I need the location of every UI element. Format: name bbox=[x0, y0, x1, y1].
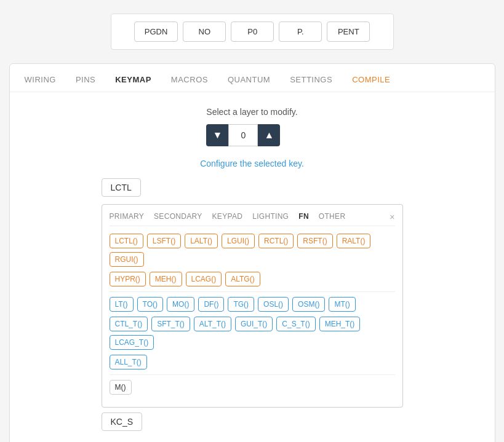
kc-lcag[interactable]: LCAG() bbox=[186, 272, 222, 286]
key-pdot[interactable]: P. bbox=[279, 22, 322, 42]
tab-compile[interactable]: COMPILE bbox=[352, 75, 390, 84]
kc-lgui[interactable]: LGUI() bbox=[222, 234, 255, 248]
layer-up-button[interactable]: ▲ bbox=[258, 124, 280, 146]
kc-tg[interactable]: TG() bbox=[228, 297, 254, 312]
layer-value: 0 bbox=[228, 124, 258, 146]
kc-ralt[interactable]: RALT() bbox=[337, 234, 371, 248]
key-p0[interactable]: P0 bbox=[231, 22, 274, 42]
tab-keymap[interactable]: KEYMAP bbox=[115, 75, 151, 84]
fn-row-1: LCTL() LSFT() LALT() LGUI() RCTL() RSFT(… bbox=[110, 234, 395, 267]
fn-row-4: CTL_T() SFT_T() ALT_T() GUI_T() C_S_T() … bbox=[110, 317, 395, 350]
kc-rgui[interactable]: RGUI() bbox=[110, 252, 144, 267]
panel-tab-fn[interactable]: FN bbox=[298, 212, 309, 221]
kc-osl[interactable]: OSL() bbox=[258, 297, 289, 312]
selected-key-display: LCTL bbox=[102, 178, 141, 197]
kc-lcag-t[interactable]: LCAG_T() bbox=[110, 335, 154, 350]
panel-tab-lighting[interactable]: LIGHTING bbox=[252, 212, 289, 221]
kc-m[interactable]: M() bbox=[110, 380, 132, 395]
fn-row-6: M() bbox=[110, 380, 395, 395]
nav-tabs: WIRING PINS KEYMAP MACROS QUANTUM SETTIN… bbox=[10, 64, 495, 92]
kc-sft-t[interactable]: SFT_T() bbox=[151, 317, 190, 331]
kc-to[interactable]: TO() bbox=[137, 297, 163, 312]
kc-c-s-t[interactable]: C_S_T() bbox=[276, 317, 315, 331]
content-area: Select a layer to modify. ▼ 0 ▲ Configur… bbox=[10, 92, 495, 442]
kc-osm[interactable]: OSM() bbox=[292, 297, 325, 312]
bottom-selected-key: KC_S bbox=[102, 412, 143, 431]
key-no[interactable]: NO bbox=[183, 22, 226, 42]
divider-2 bbox=[110, 374, 395, 375]
kc-lalt[interactable]: LALT() bbox=[185, 234, 218, 248]
panel-tab-other[interactable]: OTHER bbox=[319, 212, 346, 221]
kc-lsft[interactable]: LSFT() bbox=[147, 234, 181, 248]
kc-lctl[interactable]: LCTL() bbox=[110, 234, 143, 248]
fn-row-5: ALL_T() bbox=[110, 355, 395, 369]
configure-label: Configure the selected key. bbox=[200, 159, 304, 168]
keycode-panel: PRIMARY SECONDARY KEYPAD LIGHTING FN OTH… bbox=[102, 204, 403, 408]
key-pent[interactable]: PENT bbox=[327, 22, 370, 42]
layer-down-button[interactable]: ▼ bbox=[206, 124, 228, 146]
kc-meh-t[interactable]: MEH_T() bbox=[319, 317, 361, 331]
kc-lt[interactable]: LT() bbox=[110, 297, 134, 312]
top-key-bar: PGDN NO P0 P. PENT bbox=[111, 14, 394, 50]
kc-rsft[interactable]: RSFT() bbox=[297, 234, 332, 248]
tab-pins[interactable]: PINS bbox=[76, 75, 95, 84]
panel-tab-primary[interactable]: PRIMARY bbox=[110, 212, 145, 221]
tab-wiring[interactable]: WIRING bbox=[25, 75, 56, 84]
panel-close-icon[interactable]: × bbox=[390, 212, 394, 222]
tab-macros[interactable]: MACROS bbox=[171, 75, 208, 84]
kc-hypr[interactable]: HYPR() bbox=[110, 272, 146, 286]
panel-tabs: PRIMARY SECONDARY KEYPAD LIGHTING FN OTH… bbox=[110, 212, 395, 226]
fn-row-2: HYPR() MEH() LCAG() ALTG() bbox=[110, 272, 395, 286]
key-display-wrapper: LCTL bbox=[102, 178, 403, 202]
kc-mt[interactable]: MT() bbox=[329, 297, 355, 312]
bottom-key-wrapper: KC_S bbox=[102, 412, 403, 431]
layer-controls: ▼ 0 ▲ bbox=[206, 124, 297, 146]
panel-tab-secondary[interactable]: SECONDARY bbox=[154, 212, 202, 221]
kc-all-t[interactable]: ALL_T() bbox=[110, 355, 147, 369]
fn-row-3: LT() TO() MO() DF() TG() OSL() OSM() MT(… bbox=[110, 297, 395, 312]
kc-df[interactable]: DF() bbox=[198, 297, 224, 312]
kc-meh[interactable]: MEH() bbox=[150, 272, 182, 286]
kc-gui-t[interactable]: GUI_T() bbox=[235, 317, 273, 331]
kc-altg[interactable]: ALTG() bbox=[225, 272, 260, 286]
tab-settings[interactable]: SETTINGS bbox=[290, 75, 332, 84]
layer-section: Select a layer to modify. ▼ 0 ▲ bbox=[206, 107, 297, 146]
kc-alt-t[interactable]: ALT_T() bbox=[194, 317, 231, 331]
panel-tab-keypad[interactable]: KEYPAD bbox=[212, 212, 243, 221]
tab-quantum[interactable]: QUANTUM bbox=[228, 75, 270, 84]
kc-ctl-t[interactable]: CTL_T() bbox=[110, 317, 148, 331]
key-pgdn[interactable]: PGDN bbox=[134, 22, 178, 42]
divider-1 bbox=[110, 291, 395, 292]
layer-select-label: Select a layer to modify. bbox=[206, 107, 297, 117]
kc-mo[interactable]: MO() bbox=[167, 297, 194, 312]
kc-rctl[interactable]: RCTL() bbox=[258, 234, 294, 248]
